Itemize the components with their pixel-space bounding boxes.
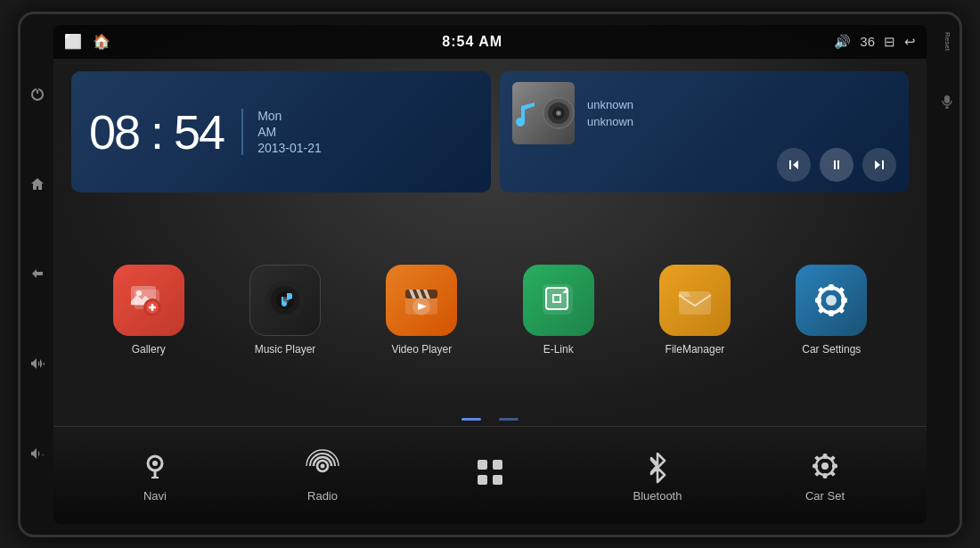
status-left: ⬜ 🏠	[64, 33, 110, 50]
window-icon: ⬜	[64, 33, 82, 50]
svg-rect-30	[841, 298, 847, 303]
car-settings-icon	[796, 265, 867, 336]
page-dots	[53, 413, 927, 426]
car-settings-label: Car Settings	[802, 343, 861, 356]
home-status-icon: 🏠	[93, 33, 110, 50]
app-gallery[interactable]: Gallery	[113, 265, 184, 356]
album-art-inner	[512, 97, 575, 129]
svg-rect-46	[823, 473, 828, 478]
clock-widget: 08 : 54 Mon AM 2013-01-21	[71, 71, 491, 192]
taskbar-radio[interactable]: Radio	[287, 448, 358, 503]
mic-button[interactable]	[942, 94, 952, 109]
music-controls	[512, 148, 896, 182]
clock-day: Mon	[257, 109, 322, 123]
vol-up-button[interactable]: +	[28, 354, 47, 373]
svg-rect-27	[829, 284, 834, 290]
music-info: unknown unknown	[512, 82, 896, 144]
svg-rect-39	[478, 460, 487, 470]
taskbar-car-set[interactable]: Car Set	[789, 448, 861, 503]
apps-grid-icon	[472, 454, 508, 490]
clock-date: Mon AM 2013-01-21	[241, 109, 322, 155]
elink-svg	[535, 277, 582, 323]
svg-point-36	[152, 461, 158, 466]
radio-label: Radio	[307, 489, 338, 503]
widgets-row: 08 : 54 Mon AM 2013-01-21	[53, 59, 927, 201]
taskbar-bluetooth[interactable]: Bluetooth	[622, 448, 693, 503]
svg-point-44	[821, 462, 829, 470]
file-manager-label: FileManager	[666, 343, 725, 356]
back-status-icon: ↩	[904, 34, 916, 50]
bluetooth-icon	[640, 448, 675, 484]
file-manager-icon	[659, 265, 731, 336]
elink-icon	[523, 265, 594, 336]
taskbar-apps[interactable]	[454, 454, 526, 495]
file-manager-svg	[672, 277, 718, 323]
app-music-player[interactable]: Music Player	[249, 265, 321, 356]
svg-rect-2	[944, 95, 950, 103]
app-car-settings[interactable]: Car Settings	[796, 265, 867, 356]
track-artist: unknown	[587, 115, 633, 128]
track-meta: unknown unknown	[587, 98, 633, 128]
gallery-svg	[127, 279, 170, 322]
play-pause-button[interactable]	[820, 148, 853, 182]
volume-icon: 🔊	[834, 34, 851, 50]
svg-rect-29	[815, 298, 821, 303]
apps-grid: Gallery M	[53, 201, 927, 413]
svg-text:-: -	[42, 450, 45, 458]
prev-button[interactable]	[777, 148, 811, 182]
clock-period: AM	[257, 125, 322, 139]
app-video-player[interactable]: Video Player	[386, 265, 457, 356]
car-set-icon	[807, 448, 843, 484]
svg-text:+: +	[42, 360, 45, 368]
taskbar-navi[interactable]: Navi	[119, 448, 191, 503]
apps-icon: ⊟	[884, 34, 895, 50]
music-note-icon	[512, 97, 539, 129]
status-right: 🔊 36 ⊟ ↩	[834, 34, 916, 50]
video-player-icon	[386, 265, 457, 336]
right-button-panel: Reset	[942, 14, 952, 535]
power-button[interactable]	[28, 85, 47, 104]
main-screen: ⬜ 🏠 8:54 AM 🔊 36 ⊟ ↩ 08 : 54 Mon	[53, 25, 927, 524]
music-player-svg	[262, 277, 308, 323]
app-elink[interactable]: E-Link	[523, 265, 594, 356]
reset-button[interactable]: Reset	[943, 32, 951, 51]
svg-point-38	[321, 463, 325, 468]
app-file-manager[interactable]: FileManager	[659, 265, 731, 356]
back-button[interactable]	[28, 264, 47, 283]
status-bar: ⬜ 🏠 8:54 AM 🔊 36 ⊟ ↩	[53, 25, 927, 59]
gallery-icon	[113, 265, 184, 336]
svg-rect-28	[829, 310, 834, 316]
video-player-svg	[398, 277, 445, 323]
car-settings-svg	[808, 277, 854, 323]
album-art	[512, 82, 575, 144]
vol-down-button[interactable]: -	[28, 444, 47, 463]
music-player-icon	[249, 265, 321, 336]
car-set-label: Car Set	[805, 489, 845, 503]
svg-rect-42	[493, 475, 502, 485]
radio-icon	[305, 448, 340, 484]
elink-label: E-Link	[543, 343, 574, 356]
gallery-label: Gallery	[132, 343, 166, 356]
status-time: 8:54 AM	[442, 34, 502, 50]
page-dot-2[interactable]	[499, 418, 519, 421]
left-button-panel: + -	[28, 14, 47, 535]
svg-point-26	[826, 295, 837, 306]
taskbar: Navi Radio	[53, 426, 927, 524]
svg-point-7	[558, 111, 560, 114]
svg-rect-45	[823, 454, 828, 459]
navi-label: Navi	[143, 489, 167, 503]
music-widget: unknown unknown	[500, 71, 909, 192]
home-button[interactable]	[28, 175, 47, 194]
next-button[interactable]	[862, 148, 896, 182]
clock-date-value: 2013-01-21	[257, 141, 322, 155]
video-player-label: Video Player	[391, 343, 452, 356]
navi-icon	[137, 448, 173, 484]
svg-rect-48	[832, 463, 837, 468]
bluetooth-label: Bluetooth	[633, 489, 682, 503]
main-content: 08 : 54 Mon AM 2013-01-21	[53, 59, 927, 426]
disc-icon	[543, 97, 575, 129]
volume-level: 36	[860, 34, 875, 49]
device-outer: + - Reset ⬜ 🏠 8:54 AM	[18, 12, 962, 537]
page-dot-1[interactable]	[461, 418, 481, 421]
track-title: unknown	[587, 98, 633, 111]
